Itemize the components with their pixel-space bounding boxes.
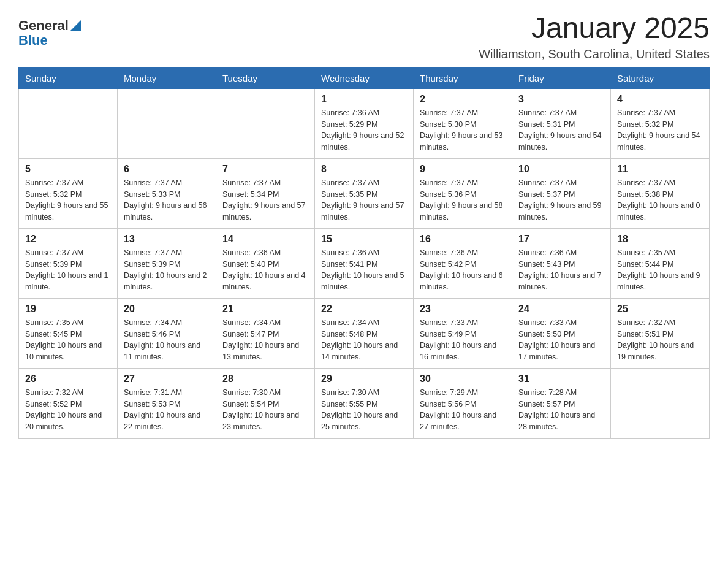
day-number: 29 [321, 373, 407, 385]
day-number: 30 [420, 373, 506, 385]
calendar-day-27: 27Sunrise: 7:31 AMSunset: 5:53 PMDayligh… [118, 368, 216, 438]
day-info: Sunrise: 7:34 AMSunset: 5:46 PMDaylight:… [124, 317, 210, 363]
day-info: Sunrise: 7:37 AMSunset: 5:39 PMDaylight:… [124, 247, 210, 293]
day-number: 6 [124, 164, 210, 175]
logo-triangle-icon [70, 20, 81, 31]
day-info: Sunrise: 7:37 AMSunset: 5:35 PMDaylight:… [321, 177, 407, 223]
calendar-day-31: 31Sunrise: 7:28 AMSunset: 5:57 PMDayligh… [512, 368, 611, 438]
calendar-day-2: 2Sunrise: 7:37 AMSunset: 5:30 PMDaylight… [414, 88, 512, 158]
day-number: 8 [321, 164, 407, 175]
calendar-week-3: 12Sunrise: 7:37 AMSunset: 5:39 PMDayligh… [19, 228, 710, 298]
day-info: Sunrise: 7:37 AMSunset: 5:33 PMDaylight:… [124, 177, 210, 223]
day-info: Sunrise: 7:37 AMSunset: 5:36 PMDaylight:… [420, 177, 506, 223]
day-number: 10 [518, 164, 604, 175]
day-number: 18 [617, 234, 703, 245]
day-number: 2 [420, 94, 506, 105]
calendar-day-16: 16Sunrise: 7:36 AMSunset: 5:42 PMDayligh… [414, 228, 512, 298]
calendar-week-5: 26Sunrise: 7:32 AMSunset: 5:52 PMDayligh… [19, 368, 710, 438]
calendar-day-11: 11Sunrise: 7:37 AMSunset: 5:38 PMDayligh… [611, 158, 710, 228]
calendar-day-22: 22Sunrise: 7:34 AMSunset: 5:48 PMDayligh… [315, 298, 414, 368]
calendar-day-10: 10Sunrise: 7:37 AMSunset: 5:37 PMDayligh… [512, 158, 611, 228]
calendar-empty-cell [216, 88, 315, 158]
day-info: Sunrise: 7:31 AMSunset: 5:53 PMDaylight:… [124, 387, 210, 433]
header-day-monday: Monday [118, 67, 216, 88]
day-number: 31 [518, 373, 604, 385]
calendar-day-30: 30Sunrise: 7:29 AMSunset: 5:56 PMDayligh… [414, 368, 512, 438]
day-info: Sunrise: 7:32 AMSunset: 5:51 PMDaylight:… [617, 317, 703, 363]
calendar-day-12: 12Sunrise: 7:37 AMSunset: 5:39 PMDayligh… [19, 228, 118, 298]
calendar-day-18: 18Sunrise: 7:35 AMSunset: 5:44 PMDayligh… [611, 228, 710, 298]
calendar-day-24: 24Sunrise: 7:33 AMSunset: 5:50 PMDayligh… [512, 298, 611, 368]
calendar-day-4: 4Sunrise: 7:37 AMSunset: 5:32 PMDaylight… [611, 88, 710, 158]
calendar-empty-cell [611, 368, 710, 438]
day-number: 23 [420, 304, 506, 315]
day-number: 24 [518, 304, 604, 315]
day-info: Sunrise: 7:29 AMSunset: 5:56 PMDaylight:… [420, 387, 506, 433]
day-number: 5 [25, 164, 111, 175]
calendar-week-2: 5Sunrise: 7:37 AMSunset: 5:32 PMDaylight… [19, 158, 710, 228]
day-number: 1 [321, 94, 407, 105]
day-info: Sunrise: 7:28 AMSunset: 5:57 PMDaylight:… [518, 387, 604, 433]
day-info: Sunrise: 7:37 AMSunset: 5:32 PMDaylight:… [617, 107, 703, 153]
calendar-day-8: 8Sunrise: 7:37 AMSunset: 5:35 PMDaylight… [315, 158, 414, 228]
calendar-day-25: 25Sunrise: 7:32 AMSunset: 5:51 PMDayligh… [611, 298, 710, 368]
calendar-day-21: 21Sunrise: 7:34 AMSunset: 5:47 PMDayligh… [216, 298, 315, 368]
day-number: 21 [222, 304, 308, 315]
day-info: Sunrise: 7:36 AMSunset: 5:41 PMDaylight:… [321, 247, 407, 293]
day-number: 7 [222, 164, 308, 175]
calendar-day-14: 14Sunrise: 7:36 AMSunset: 5:40 PMDayligh… [216, 228, 315, 298]
day-number: 9 [420, 164, 506, 175]
day-info: Sunrise: 7:30 AMSunset: 5:55 PMDaylight:… [321, 387, 407, 433]
day-info: Sunrise: 7:34 AMSunset: 5:47 PMDaylight:… [222, 317, 308, 363]
calendar-week-1: 1Sunrise: 7:36 AMSunset: 5:29 PMDaylight… [19, 88, 710, 158]
day-number: 27 [124, 373, 210, 385]
calendar-day-19: 19Sunrise: 7:35 AMSunset: 5:45 PMDayligh… [19, 298, 118, 368]
calendar-table: SundayMondayTuesdayWednesdayThursdayFrid… [18, 67, 710, 439]
day-info: Sunrise: 7:37 AMSunset: 5:39 PMDaylight:… [25, 247, 111, 293]
calendar-day-20: 20Sunrise: 7:34 AMSunset: 5:46 PMDayligh… [118, 298, 216, 368]
calendar-day-5: 5Sunrise: 7:37 AMSunset: 5:32 PMDaylight… [19, 158, 118, 228]
day-number: 20 [124, 304, 210, 315]
day-number: 4 [617, 94, 703, 105]
header-day-saturday: Saturday [611, 67, 710, 88]
calendar-day-1: 1Sunrise: 7:36 AMSunset: 5:29 PMDaylight… [315, 88, 414, 158]
header-day-tuesday: Tuesday [216, 67, 315, 88]
day-number: 22 [321, 304, 407, 315]
month-title: January 2025 [479, 12, 710, 45]
calendar-day-13: 13Sunrise: 7:37 AMSunset: 5:39 PMDayligh… [118, 228, 216, 298]
day-info: Sunrise: 7:36 AMSunset: 5:42 PMDaylight:… [420, 247, 506, 293]
calendar-day-7: 7Sunrise: 7:37 AMSunset: 5:34 PMDaylight… [216, 158, 315, 228]
calendar-day-23: 23Sunrise: 7:33 AMSunset: 5:49 PMDayligh… [414, 298, 512, 368]
logo: General Blue [18, 18, 81, 48]
day-info: Sunrise: 7:37 AMSunset: 5:38 PMDaylight:… [617, 177, 703, 223]
logo-general-text: General [18, 18, 69, 33]
day-info: Sunrise: 7:30 AMSunset: 5:54 PMDaylight:… [222, 387, 308, 433]
day-info: Sunrise: 7:37 AMSunset: 5:32 PMDaylight:… [25, 177, 111, 223]
day-info: Sunrise: 7:36 AMSunset: 5:40 PMDaylight:… [222, 247, 308, 293]
header-day-sunday: Sunday [19, 67, 118, 88]
location-title: Williamston, South Carolina, United Stat… [479, 47, 710, 61]
day-number: 11 [617, 164, 703, 175]
calendar-day-6: 6Sunrise: 7:37 AMSunset: 5:33 PMDaylight… [118, 158, 216, 228]
day-info: Sunrise: 7:37 AMSunset: 5:34 PMDaylight:… [222, 177, 308, 223]
day-number: 26 [25, 373, 111, 385]
day-number: 15 [321, 234, 407, 245]
day-info: Sunrise: 7:36 AMSunset: 5:29 PMDaylight:… [321, 107, 407, 153]
title-area: January 2025 Williamston, South Carolina… [479, 12, 710, 61]
header-day-friday: Friday [512, 67, 611, 88]
day-info: Sunrise: 7:35 AMSunset: 5:45 PMDaylight:… [25, 317, 111, 363]
calendar-empty-cell [118, 88, 216, 158]
day-info: Sunrise: 7:33 AMSunset: 5:49 PMDaylight:… [420, 317, 506, 363]
day-info: Sunrise: 7:35 AMSunset: 5:44 PMDaylight:… [617, 247, 703, 293]
calendar-day-29: 29Sunrise: 7:30 AMSunset: 5:55 PMDayligh… [315, 368, 414, 438]
logo-blue-text: Blue [18, 33, 81, 48]
calendar-empty-cell [19, 88, 118, 158]
day-number: 28 [222, 373, 308, 385]
calendar-day-9: 9Sunrise: 7:37 AMSunset: 5:36 PMDaylight… [414, 158, 512, 228]
day-info: Sunrise: 7:34 AMSunset: 5:48 PMDaylight:… [321, 317, 407, 363]
day-number: 13 [124, 234, 210, 245]
day-info: Sunrise: 7:37 AMSunset: 5:37 PMDaylight:… [518, 177, 604, 223]
day-number: 3 [518, 94, 604, 105]
day-number: 25 [617, 304, 703, 315]
calendar-day-3: 3Sunrise: 7:37 AMSunset: 5:31 PMDaylight… [512, 88, 611, 158]
